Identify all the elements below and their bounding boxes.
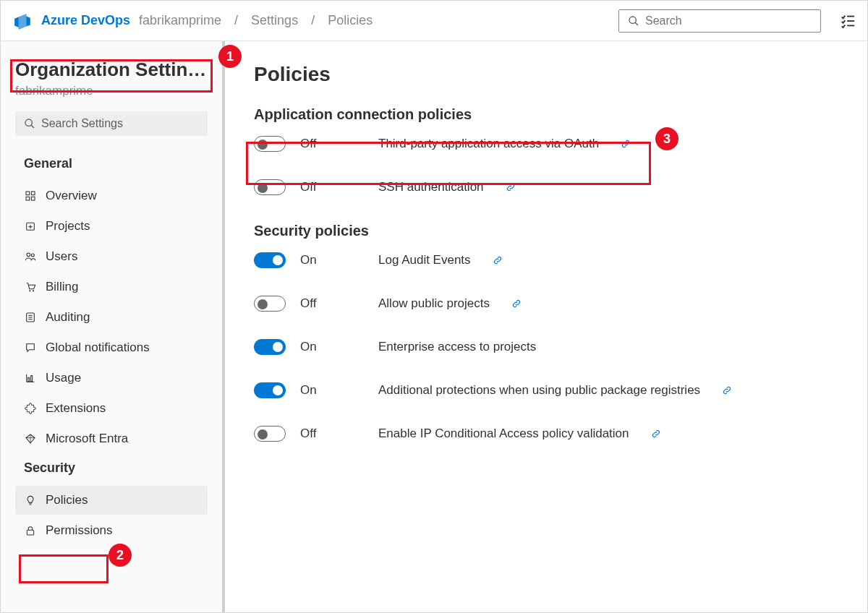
breadcrumb-sep: /	[311, 13, 315, 28]
sidebar-item-label: Auditing	[46, 310, 90, 325]
callout-badge-3: 3	[655, 127, 678, 150]
sidebar-item-label: Projects	[46, 219, 90, 233]
sidebar-item-label: Usage	[46, 371, 81, 385]
link-icon[interactable]	[511, 299, 522, 309]
lock-icon	[24, 525, 37, 536]
policy-label: Log Audit Events	[378, 253, 471, 267]
main-content: Policies Application connection policies…	[225, 41, 867, 612]
toggle-state-label: Off	[300, 180, 329, 194]
link-icon[interactable]	[493, 255, 503, 265]
sidebar-item-permissions[interactable]: Permissions	[15, 516, 208, 545]
breadcrumb-sep: /	[234, 13, 238, 28]
users-icon	[24, 251, 37, 262]
toggle[interactable]	[254, 382, 286, 398]
link-icon[interactable]	[506, 182, 516, 192]
breadcrumb[interactable]: fabrikamprime	[139, 13, 221, 28]
toggle[interactable]	[254, 426, 286, 442]
global-search[interactable]	[618, 9, 821, 33]
bulb-icon	[24, 494, 37, 506]
sidebar-search-placeholder: Search Settings	[41, 117, 123, 130]
sidebar-item-auditing[interactable]: Auditing	[15, 303, 208, 332]
brand-label[interactable]: Azure DevOps	[41, 13, 130, 28]
toggle-state-label: On	[300, 253, 329, 267]
svg-point-0	[629, 17, 636, 23]
entra-icon	[24, 433, 37, 445]
sidebar-item-billing[interactable]: Billing	[15, 273, 208, 301]
link-icon[interactable]	[651, 429, 661, 439]
toggle-state-label: On	[300, 383, 329, 398]
sidebar-item-label: Policies	[46, 493, 88, 507]
policy-label: SSH authentication	[378, 180, 484, 194]
section-title: Security policies	[254, 223, 838, 239]
policy-label: Allow public projects	[378, 296, 490, 311]
toggle-state-label: Off	[300, 137, 329, 151]
svg-rect-8	[31, 192, 35, 195]
toggle[interactable]	[254, 339, 286, 355]
svg-point-5	[25, 119, 32, 126]
sidebar-subtitle: fabrikamprime	[15, 84, 208, 98]
sidebar-group-label: Security	[24, 460, 208, 476]
sidebar-group-label: General	[24, 156, 208, 171]
chat-icon	[24, 342, 37, 353]
sidebar-item-label: Users	[46, 249, 77, 264]
policy-row: OnEnterprise access to projects	[254, 339, 838, 355]
sidebar-title: Organization Settin…	[15, 59, 208, 81]
puzzle-icon	[24, 403, 37, 414]
sidebar-item-label: Global notifications	[46, 340, 150, 355]
sidebar-item-overview[interactable]: Overview	[15, 181, 208, 210]
policy-label: Enterprise access to projects	[378, 340, 536, 354]
sidebar-item-microsoft-entra[interactable]: Microsoft Entra	[15, 424, 208, 453]
policy-row: OnAdditional protections when using publ…	[254, 382, 838, 398]
sidebar-item-projects[interactable]: Projects	[15, 212, 208, 241]
policy-row: OnLog Audit Events	[254, 252, 838, 268]
sidebar-item-label: Billing	[46, 280, 78, 294]
sidebar-item-label: Extensions	[46, 401, 106, 416]
sidebar-item-global-notifications[interactable]: Global notifications	[15, 333, 208, 362]
svg-point-16	[29, 290, 30, 291]
toggle[interactable]	[254, 252, 286, 268]
toggle[interactable]	[254, 296, 286, 312]
sidebar-item-policies[interactable]: Policies	[15, 486, 208, 515]
checklist-icon[interactable]	[840, 13, 856, 29]
sidebar-item-usage[interactable]: Usage	[15, 364, 208, 393]
search-icon	[628, 15, 639, 27]
chart-icon	[24, 372, 37, 384]
list-icon	[24, 312, 37, 323]
search-icon	[24, 118, 35, 129]
svg-rect-26	[27, 530, 33, 535]
callout-badge-2: 2	[109, 544, 132, 567]
policy-label: Third-party application access via OAuth	[378, 137, 599, 151]
toggle[interactable]	[254, 136, 286, 152]
policy-row: OffEnable IP Conditional Access policy v…	[254, 426, 838, 442]
policy-row: OffSSH authentication	[254, 179, 838, 195]
sidebar: Organization Settin… fabrikamprime Searc…	[1, 41, 225, 612]
azure-devops-logo	[12, 11, 33, 31]
toggle-state-label: On	[300, 340, 329, 354]
section-title: Application connection policies	[254, 106, 838, 123]
link-icon[interactable]	[722, 385, 732, 395]
svg-point-15	[31, 254, 34, 257]
link-icon[interactable]	[621, 139, 631, 149]
sidebar-search[interactable]: Search Settings	[15, 111, 208, 136]
page-title: Policies	[254, 63, 838, 86]
svg-rect-7	[26, 192, 30, 195]
toggle-state-label: Off	[300, 296, 329, 311]
sidebar-item-users[interactable]: Users	[15, 242, 208, 271]
svg-rect-25	[31, 376, 33, 382]
breadcrumb[interactable]: Policies	[328, 13, 373, 28]
new-project-icon	[24, 220, 37, 232]
policy-label: Additional protections when using public…	[378, 383, 700, 398]
sidebar-item-label: Overview	[46, 189, 97, 203]
svg-rect-9	[26, 197, 30, 200]
toggle[interactable]	[254, 179, 286, 195]
sidebar-item-extensions[interactable]: Extensions	[15, 394, 208, 423]
grid-icon	[24, 190, 37, 202]
svg-rect-24	[28, 377, 30, 381]
svg-point-14	[27, 253, 30, 257]
toggle-state-label: Off	[300, 426, 329, 441]
search-input[interactable]	[645, 14, 812, 27]
svg-rect-10	[31, 197, 35, 200]
breadcrumb[interactable]: Settings	[251, 13, 298, 28]
policy-row: OffThird-party application access via OA…	[254, 136, 838, 152]
cart-icon	[24, 281, 37, 293]
